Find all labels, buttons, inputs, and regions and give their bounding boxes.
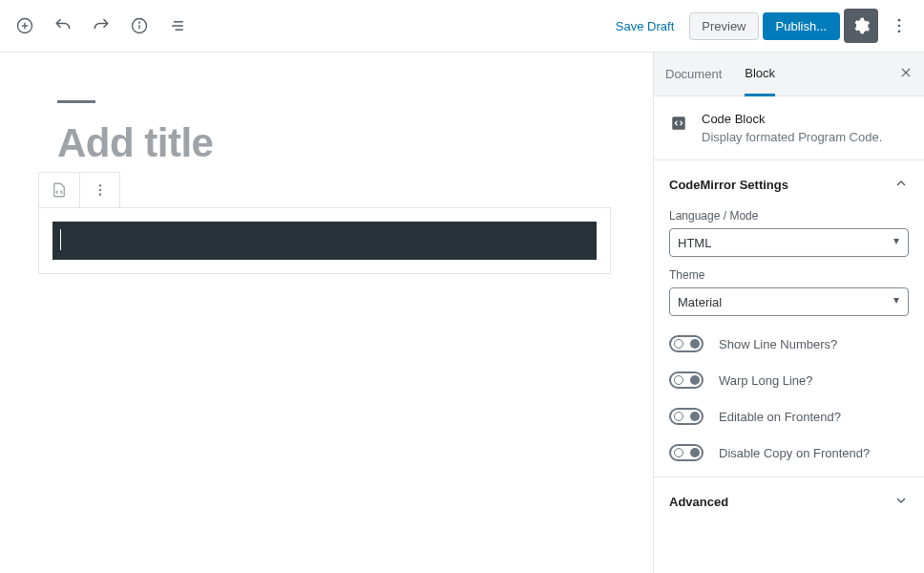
block-navigation-button[interactable] bbox=[160, 9, 195, 43]
toggle-disable-copy-label: Disable Copy on Frontend? bbox=[719, 446, 870, 460]
main-area: Add title Document Block bbox=[0, 53, 924, 573]
add-block-button[interactable] bbox=[8, 9, 42, 43]
post-title-wrap[interactable]: Add title bbox=[57, 100, 615, 166]
toggle-wrap-label: Warp Long Line? bbox=[719, 373, 813, 388]
more-vertical-icon bbox=[93, 182, 108, 198]
language-select[interactable]: HTML bbox=[669, 228, 909, 257]
post-title-placeholder: Add title bbox=[57, 120, 615, 166]
title-rule bbox=[57, 100, 95, 103]
plus-circle-icon bbox=[15, 16, 34, 35]
content-structure-button[interactable] bbox=[122, 9, 157, 43]
panel-advanced-toggle[interactable]: Advanced bbox=[654, 478, 924, 526]
code-editor-area[interactable] bbox=[52, 222, 597, 260]
close-sidebar-button[interactable] bbox=[899, 66, 913, 83]
svg-point-14 bbox=[98, 194, 100, 196]
toggle-wrap-long-line[interactable] bbox=[669, 371, 704, 389]
undo-button[interactable] bbox=[46, 9, 80, 43]
top-toolbar: Save Draft Preview Publish... bbox=[0, 0, 924, 53]
block-title: Code Block bbox=[702, 112, 882, 126]
theme-label: Theme bbox=[669, 268, 909, 282]
svg-point-13 bbox=[98, 189, 100, 191]
info-icon bbox=[130, 16, 149, 35]
svg-point-9 bbox=[898, 19, 901, 22]
editor-canvas: Add title bbox=[0, 53, 653, 573]
language-label: Language / Mode bbox=[669, 209, 909, 223]
close-icon bbox=[899, 66, 913, 79]
svg-rect-17 bbox=[672, 117, 685, 130]
panel-codemirror: CodeMirror Settings Language / Mode HTML… bbox=[654, 159, 924, 477]
tab-block[interactable]: Block bbox=[745, 53, 775, 96]
gear-icon bbox=[851, 16, 871, 35]
theme-select[interactable]: Material bbox=[669, 287, 909, 316]
block-toolbar bbox=[38, 172, 120, 208]
sidebar-tabs: Document Block bbox=[654, 53, 924, 96]
code-block[interactable] bbox=[38, 207, 611, 274]
toggle-editable-row: Editable on Frontend? bbox=[669, 408, 909, 425]
text-cursor bbox=[60, 229, 61, 250]
save-draft-button[interactable]: Save Draft bbox=[604, 11, 685, 41]
panel-codemirror-body: Language / Mode HTML Theme Material Show… bbox=[654, 209, 924, 477]
code-file-icon bbox=[51, 181, 68, 199]
block-type-button[interactable] bbox=[39, 173, 79, 207]
panel-codemirror-toggle[interactable]: CodeMirror Settings bbox=[654, 160, 924, 209]
toggle-line-numbers-label: Show Line Numbers? bbox=[719, 337, 837, 351]
chevron-up-icon bbox=[893, 176, 909, 194]
list-icon bbox=[168, 16, 187, 35]
svg-point-5 bbox=[139, 22, 140, 23]
toggle-editable-frontend[interactable] bbox=[669, 408, 704, 425]
settings-button[interactable] bbox=[844, 9, 878, 43]
more-options-button[interactable] bbox=[882, 9, 916, 43]
code-block-icon bbox=[669, 114, 688, 133]
publish-button[interactable]: Publish... bbox=[763, 12, 840, 40]
toolbar-left bbox=[8, 9, 195, 43]
redo-icon bbox=[92, 16, 111, 35]
block-info-text: Code Block Display formated Program Code… bbox=[702, 112, 882, 144]
tab-document[interactable]: Document bbox=[665, 53, 722, 96]
toggle-editable-label: Editable on Frontend? bbox=[719, 410, 841, 424]
panel-advanced-title: Advanced bbox=[669, 495, 728, 509]
toggle-line-numbers-row: Show Line Numbers? bbox=[669, 335, 909, 352]
toggle-wrap-row: Warp Long Line? bbox=[669, 371, 909, 389]
settings-sidebar: Document Block Code Block Display format… bbox=[653, 53, 924, 573]
preview-button[interactable]: Preview bbox=[689, 12, 758, 40]
redo-button[interactable] bbox=[84, 9, 118, 43]
svg-point-10 bbox=[898, 25, 901, 28]
toolbar-right: Save Draft Preview Publish... bbox=[604, 9, 916, 43]
toggle-disable-copy[interactable] bbox=[669, 444, 704, 461]
toggle-disable-copy-row: Disable Copy on Frontend? bbox=[669, 444, 909, 461]
panel-codemirror-title: CodeMirror Settings bbox=[669, 178, 788, 192]
block-description: Display formated Program Code. bbox=[702, 130, 882, 144]
panel-advanced: Advanced bbox=[654, 477, 924, 526]
block-more-button[interactable] bbox=[79, 173, 119, 207]
more-vertical-icon bbox=[890, 16, 909, 35]
toggle-line-numbers[interactable] bbox=[669, 335, 704, 352]
chevron-down-icon bbox=[893, 493, 909, 511]
svg-point-12 bbox=[98, 184, 100, 186]
undo-icon bbox=[53, 16, 73, 35]
block-info-header: Code Block Display formated Program Code… bbox=[654, 96, 924, 159]
svg-point-11 bbox=[898, 31, 901, 33]
